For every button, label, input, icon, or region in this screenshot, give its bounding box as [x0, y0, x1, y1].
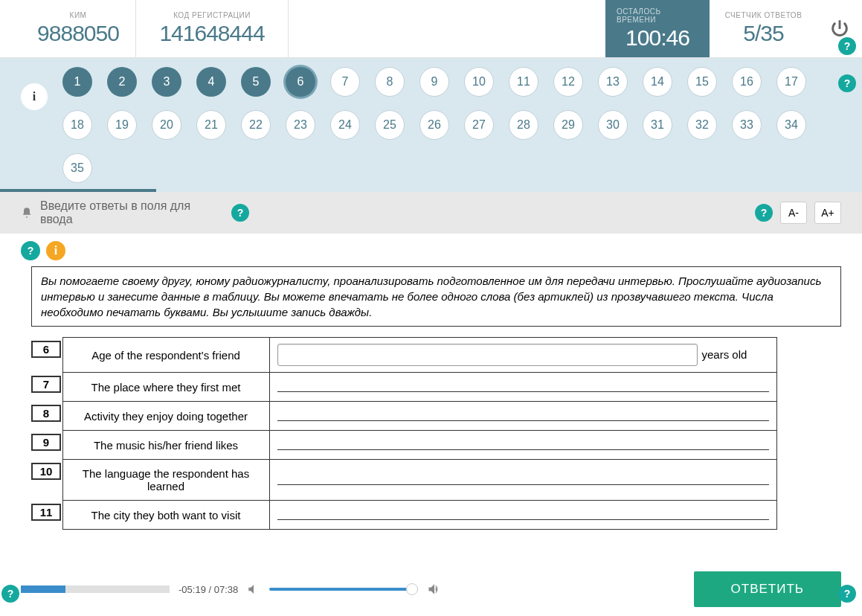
row-answer-9	[269, 431, 776, 460]
nav-item-23[interactable]: 23	[286, 110, 315, 140]
answer-line-7[interactable]	[277, 379, 769, 392]
row-answer-6: years old	[269, 338, 776, 373]
nav-item-33[interactable]: 33	[732, 110, 762, 140]
answer-suffix-6: years old	[702, 348, 747, 361]
instruction: Вы помогаете своему другу, юному радиожу…	[31, 266, 841, 327]
row-num-6: 6	[31, 341, 61, 358]
content-icons: ? i	[21, 241, 841, 260]
row-label-8: Activity they enjoy doing together	[62, 402, 269, 431]
nav-item-19[interactable]: 19	[107, 110, 137, 140]
nav-item-24[interactable]: 24	[330, 110, 360, 140]
nav-item-16[interactable]: 16	[732, 67, 762, 97]
answer-line-9[interactable]	[277, 437, 769, 450]
answer-button[interactable]: ОТВЕТИТЬ	[694, 571, 841, 607]
nav-item-15[interactable]: 15	[687, 67, 717, 97]
reg-cell: КОД РЕГИСТРАЦИИ 141648444	[136, 0, 289, 57]
volume-high-icon	[427, 582, 442, 597]
prompt-text: Введите ответы в поля для ввода	[40, 199, 224, 226]
nav-item-13[interactable]: 13	[598, 67, 628, 97]
kim-label: КИМ	[70, 11, 87, 19]
nav-item-30[interactable]: 30	[598, 110, 628, 140]
nav-item-10[interactable]: 10	[464, 67, 494, 97]
answer-line-8[interactable]	[277, 408, 769, 421]
prompt-bar: Введите ответы в поля для ввода ? ? A- A…	[0, 192, 862, 234]
header: КИМ 9888050 КОД РЕГИСТРАЦИИ 141648444 ОС…	[0, 0, 862, 58]
nav-item-7[interactable]: 7	[330, 67, 360, 97]
side-help-1[interactable]: ?	[838, 37, 856, 55]
nav-item-26[interactable]: 26	[419, 110, 449, 140]
kim-value: 9888050	[37, 21, 119, 46]
row-num-9: 9	[31, 434, 61, 451]
row-num-7: 7	[31, 376, 61, 393]
nav-progress	[0, 189, 156, 192]
bell-icon	[21, 207, 33, 219]
answer-line-11[interactable]	[277, 507, 769, 520]
answers-value: 5/35	[743, 21, 783, 46]
nav-panel: i 12345678910111213141516171819202122232…	[0, 58, 862, 192]
answers-cell: СЧЕТЧИК ОТВЕТОВ 5/35	[710, 0, 817, 57]
nav-item-35[interactable]: 35	[62, 153, 92, 183]
nav-item-22[interactable]: 22	[241, 110, 271, 140]
power-icon	[829, 19, 850, 39]
content-info[interactable]: i	[46, 241, 65, 260]
content: ? i Вы помогаете своему другу, юному рад…	[0, 234, 862, 537]
nav-item-34[interactable]: 34	[776, 110, 806, 140]
time-label: ОСТАЛОСЬ ВРЕМЕНИ	[617, 7, 698, 24]
footer: -05:19 / 07:38 ОТВЕТИТЬ	[0, 571, 862, 607]
row-answer-8	[269, 402, 776, 431]
nav-item-29[interactable]: 29	[553, 110, 583, 140]
font-minus-button[interactable]: A-	[780, 202, 807, 224]
answers-label: СЧЕТЧИК ОТВЕТОВ	[725, 11, 803, 19]
info-button[interactable]: i	[21, 83, 48, 110]
nav-item-25[interactable]: 25	[375, 110, 405, 140]
row-num-8: 8	[31, 405, 61, 422]
nav-item-1[interactable]: 1	[62, 67, 92, 97]
row-label-10: The language the respondent has learned	[62, 460, 269, 501]
nav-item-14[interactable]: 14	[643, 67, 672, 97]
font-plus-button[interactable]: A+	[814, 202, 841, 224]
row-label-9: The music his/her friend likes	[62, 431, 269, 460]
volume-slider[interactable]	[269, 588, 418, 591]
nav-item-12[interactable]: 12	[553, 67, 583, 97]
nav-item-31[interactable]: 31	[643, 110, 672, 140]
nav-numbers: 1234567891011121314151617181920212223242…	[55, 67, 841, 183]
nav-item-5[interactable]: 5	[241, 67, 271, 97]
content-help[interactable]: ?	[21, 241, 40, 260]
prompt-help[interactable]: ?	[231, 204, 249, 222]
nav-item-4[interactable]: 4	[196, 67, 226, 97]
nav-item-2[interactable]: 2	[107, 67, 137, 97]
nav-item-17[interactable]: 17	[776, 67, 806, 97]
prompt-help-2[interactable]: ?	[755, 204, 773, 222]
volume-thumb[interactable]	[406, 583, 418, 595]
nav-item-18[interactable]: 18	[62, 110, 92, 140]
row-answer-11	[269, 501, 776, 530]
audio-time: -05:19 / 07:38	[178, 584, 238, 595]
header-spacer	[289, 0, 605, 57]
nav-item-21[interactable]: 21	[196, 110, 226, 140]
side-help-4[interactable]: ?	[838, 585, 856, 603]
audio-progress-fill	[21, 585, 65, 593]
row-label-7: The place where they first met	[62, 373, 269, 402]
answer-line-10[interactable]	[277, 472, 769, 485]
answer-input-6[interactable]	[277, 344, 698, 366]
nav-item-20[interactable]: 20	[152, 110, 181, 140]
side-help-3[interactable]: ?	[1, 585, 19, 603]
volume-low-icon	[247, 583, 260, 596]
nav-item-28[interactable]: 28	[509, 110, 538, 140]
kim-cell: КИМ 9888050	[21, 0, 136, 57]
row-num-10: 10	[31, 463, 61, 480]
audio-progress[interactable]	[21, 585, 170, 593]
row-answer-7	[269, 373, 776, 402]
nav-item-8[interactable]: 8	[375, 67, 405, 97]
task-table: 6Age of the respondent's friendyears old…	[31, 337, 777, 530]
nav-item-27[interactable]: 27	[464, 110, 494, 140]
time-value: 100:46	[625, 25, 689, 51]
nav-item-3[interactable]: 3	[152, 67, 181, 97]
time-cell: ОСТАЛОСЬ ВРЕМЕНИ 100:46	[605, 0, 710, 57]
nav-item-32[interactable]: 32	[687, 110, 717, 140]
nav-item-11[interactable]: 11	[509, 67, 538, 97]
row-label-11: The city they both want to visit	[62, 501, 269, 530]
side-help-2[interactable]: ?	[838, 74, 856, 92]
nav-item-9[interactable]: 9	[419, 67, 449, 97]
nav-item-6[interactable]: 6	[286, 67, 315, 97]
